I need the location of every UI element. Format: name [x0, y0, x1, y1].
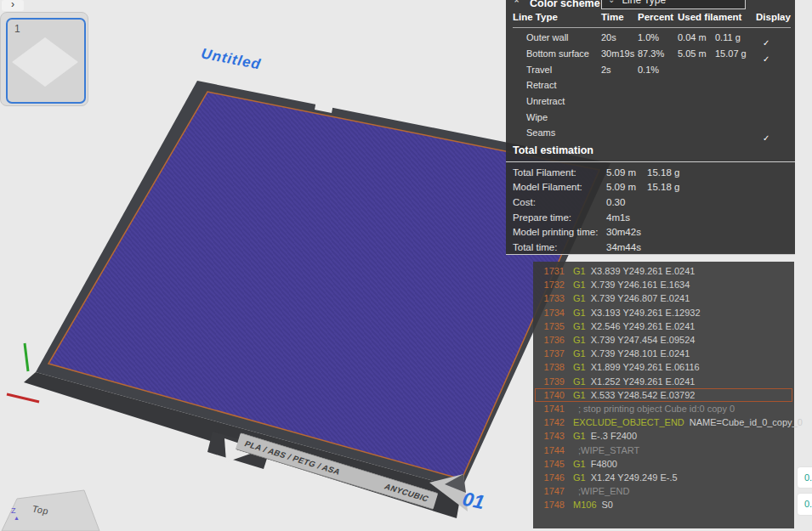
plate-thumbnail[interactable]: 1: [6, 18, 86, 104]
gcode-line[interactable]: 1747 ;WIPE_END: [535, 484, 792, 498]
gcode-command: G1: [573, 390, 586, 400]
gcode-params: X.739 Y246.161 E.1634: [591, 280, 690, 290]
line-type-name: Wipe: [526, 112, 601, 122]
estimation-label: Model printing time:: [513, 227, 606, 237]
thumbnail-collapse-chevron-icon[interactable]: ›: [2, 0, 24, 11]
gcode-params: X2.546 Y249.261 E.0241: [591, 321, 696, 331]
legend-table-header: Line Type Time Percent Used filament Dis…: [506, 12, 795, 27]
gcode-line-number: 1736: [536, 335, 565, 345]
gcode-line[interactable]: 1736 G1 X.739 Y247.454 E.09524: [535, 333, 792, 347]
line-type-used-m: 5.05 m: [678, 48, 715, 59]
x-axis-indicator: [7, 394, 39, 402]
legend-row: Wipe: [506, 109, 795, 125]
gcode-params: NAME=Cube_id_0_copy_0: [690, 417, 803, 427]
line-type-name: Retract: [526, 80, 601, 90]
gcode-line[interactable]: 1732 G1 X.739 Y246.161 E.1634: [535, 278, 792, 291]
estimation-label: Total time:: [513, 242, 606, 252]
gcode-command: M106: [573, 500, 597, 510]
gcode-line[interactable]: 1743 G1 E-.3 F2400: [535, 429, 792, 443]
nav-cube-top-face[interactable]: [2, 490, 99, 531]
legend-row: Unretract: [506, 93, 795, 110]
estimation-value-1: 4m1s: [606, 212, 647, 223]
line-type-percent: 87.3%: [638, 48, 678, 59]
estimation-row: Total time: 34m44s: [506, 240, 795, 255]
gcode-line-number: 1744: [536, 445, 565, 455]
line-type-time: 30m19s: [601, 48, 638, 59]
color-scheme-dropdown-value: Line Type: [622, 0, 666, 6]
estimation-row: Model printing time: 30m42s: [506, 224, 795, 240]
gcode-line-number: 1732: [536, 280, 565, 290]
gcode-line[interactable]: 1746 G1 X1.24 Y249.249 E-.5: [535, 471, 792, 484]
estimation-value-1: 5.09 m: [606, 182, 647, 192]
gcode-line[interactable]: 1745 G1 F4800: [535, 457, 792, 471]
z-axis-label: Z: [11, 506, 16, 515]
plate-list-panel: 1: [0, 12, 88, 106]
z-axis-arrow-icon: ▲: [14, 515, 20, 521]
plate-number-label: 01: [460, 488, 486, 515]
gcode-line[interactable]: 1744 ;WIPE_START: [535, 443, 792, 456]
gcode-line[interactable]: 1737 G1 X.739 Y248.101 E.0241: [535, 347, 792, 360]
gcode-params: X1.24 Y249.249 E-.5: [591, 472, 678, 483]
gcode-command: G1: [573, 362, 586, 372]
gcode-line[interactable]: 1733 G1 X.739 Y246.807 E.0241: [535, 291, 792, 305]
gcode-command: EXCLUDE_OBJECT_END: [573, 417, 684, 427]
slider-value-box-2[interactable]: 0.: [797, 493, 812, 516]
gcode-line-number: 1745: [536, 459, 565, 469]
y-axis-indicator: [25, 343, 28, 371]
gcode-command: G1: [573, 266, 586, 276]
legend-row: Seams: [506, 125, 795, 141]
chevron-down-icon: ⌄: [608, 0, 615, 4]
gcode-params: X3.839 Y249.261 E.0241: [591, 266, 696, 276]
gcode-line[interactable]: 1734 G1 X3.193 Y249.261 E.12932: [535, 306, 792, 319]
total-estimation-title: Total estimation: [506, 144, 795, 162]
gcode-params: E-.3 F2400: [591, 431, 637, 441]
gcode-line[interactable]: 1738 G1 X1.899 Y249.261 E.06116: [535, 360, 792, 374]
gcode-params: X1.899 Y249.261 E.06116: [591, 362, 700, 372]
gcode-line-number: 1741: [536, 404, 565, 414]
gcode-line-number: 1748: [536, 500, 565, 510]
gcode-viewer-panel: 1731 G1 X3.839 Y249.261 E.0241 1732 G1 X…: [533, 262, 794, 528]
estimation-value-1: 30m42s: [606, 227, 647, 237]
slider-value-box-1[interactable]: 0.: [797, 466, 812, 489]
line-type-percent: 1.0%: [638, 32, 678, 42]
line-type-used-g: 0.11 g: [715, 32, 761, 42]
color-scheme-dropdown[interactable]: ⌄ Line Type: [601, 0, 746, 9]
gcode-params: ;WIPE_START: [578, 445, 639, 455]
column-used-filament: Used filament: [678, 12, 756, 27]
line-type-name: Bottom surface: [526, 48, 601, 59]
legend-title: Color scheme: [530, 0, 600, 9]
line-type-name: Seams: [526, 127, 601, 138]
gcode-line-number: 1742: [536, 417, 565, 427]
legend-row: Bottom surface 30m19s 87.3% 5.05 m 15.07…: [506, 46, 795, 62]
estimation-value-2: 15.18 g: [647, 167, 679, 178]
plate-thumbnail-index: 1: [14, 23, 20, 35]
gcode-params: X.533 Y248.542 E.03792: [591, 390, 696, 400]
gcode-line-number: 1743: [536, 431, 565, 441]
gcode-command: G1: [573, 348, 586, 359]
gcode-line[interactable]: 1748 M106 S0: [535, 498, 792, 511]
gcode-command: G1: [573, 280, 586, 290]
gcode-line[interactable]: 1741 ; stop printing object Cube id:0 co…: [535, 402, 792, 415]
legend-collapse-chevron-icon[interactable]: ⌃: [513, 0, 520, 9]
gcode-params: X.739 Y247.454 E.09524: [591, 335, 696, 345]
gcode-line[interactable]: 1735 G1 X2.546 Y249.261 E.0241: [535, 319, 792, 333]
gcode-line[interactable]: 1742 EXCLUDE_OBJECT_END NAME=Cube_id_0_c…: [535, 415, 792, 429]
gcode-line-number: 1735: [536, 321, 565, 331]
gcode-command: G1: [573, 321, 586, 331]
gcode-line-number: 1740: [536, 390, 565, 400]
line-type-name: Travel: [526, 65, 601, 75]
legend-rows: Outer wall 20s 1.0% 0.04 m 0.11 g Bottom…: [506, 30, 795, 141]
gcode-command: G1: [573, 431, 586, 441]
legend-header-separator: [513, 27, 791, 28]
gcode-line[interactable]: 1739 G1 X1.252 Y249.261 E.0241: [535, 375, 792, 388]
column-display: Display: [756, 12, 795, 27]
gcode-params: ; stop printing object Cube id:0 copy 0: [578, 404, 735, 414]
gcode-line[interactable]: 1740 G1 X.533 Y248.542 E.03792: [535, 388, 792, 402]
line-type-used-m: 0.04 m: [678, 32, 715, 42]
gcode-line[interactable]: 1731 G1 X3.839 Y249.261 E.0241: [535, 264, 792, 278]
estimation-label: Total Filament:: [513, 167, 606, 178]
gcode-params: ;WIPE_END: [578, 486, 630, 496]
gcode-command: G1: [573, 376, 586, 387]
estimation-label: Prepare time:: [513, 212, 606, 223]
gcode-line-number: 1738: [536, 362, 565, 372]
